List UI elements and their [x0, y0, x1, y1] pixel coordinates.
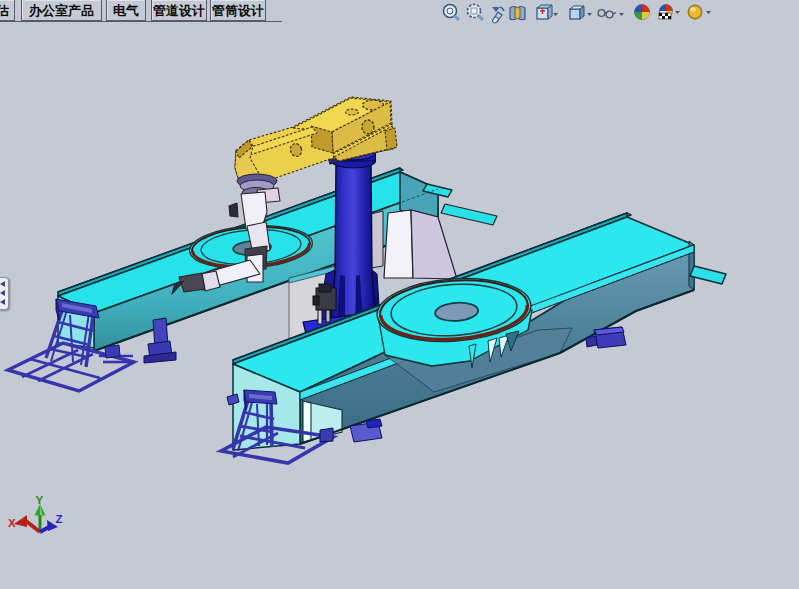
svg-text:X: X: [8, 517, 16, 529]
svg-text:Y: Y: [36, 494, 44, 506]
svg-text:Z: Z: [56, 513, 63, 525]
